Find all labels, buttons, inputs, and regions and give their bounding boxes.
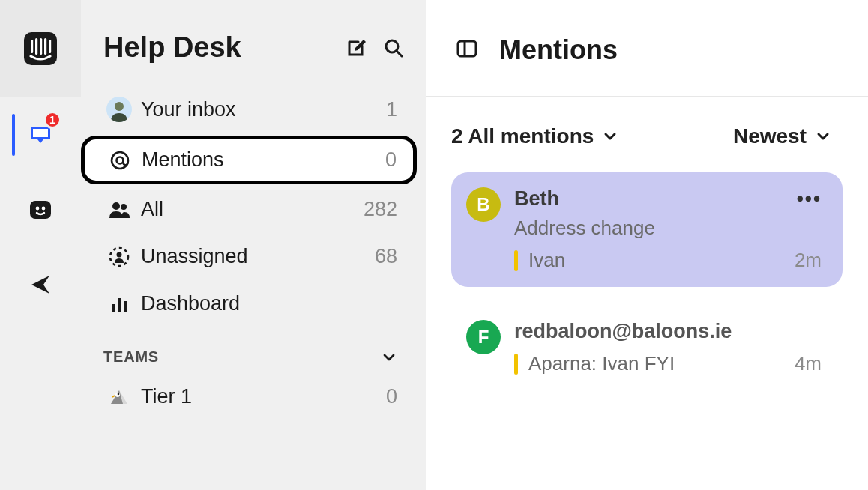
compose-icon bbox=[346, 37, 367, 58]
conversation-card[interactable]: F redbaloon@baloons.ie Aparna: Ivan FYI … bbox=[451, 305, 843, 390]
nav-unassigned[interactable]: Unassigned 68 bbox=[81, 233, 417, 280]
team-tier1[interactable]: Tier 1 0 bbox=[81, 373, 417, 420]
filters-bar: 2 All mentions Newest bbox=[426, 97, 868, 163]
svg-point-16 bbox=[121, 204, 127, 210]
snippet: Ivan bbox=[528, 249, 786, 272]
nav-count: 68 bbox=[375, 245, 397, 268]
nav-count: 0 bbox=[386, 385, 397, 408]
sender-name: Beth bbox=[514, 187, 797, 211]
avatar-icon bbox=[103, 97, 135, 122]
rail-inbox[interactable]: 1 bbox=[0, 97, 81, 172]
nav-mentions[interactable]: Mentions 0 bbox=[81, 136, 417, 184]
svg-rect-4 bbox=[44, 38, 46, 55]
svg-rect-20 bbox=[118, 298, 121, 312]
bot-icon bbox=[28, 198, 52, 222]
compose-button[interactable] bbox=[342, 34, 370, 62]
people-icon bbox=[103, 199, 135, 221]
svg-rect-1 bbox=[31, 40, 33, 53]
avatar: F bbox=[466, 320, 501, 354]
svg-rect-7 bbox=[30, 201, 51, 219]
nav-count: 1 bbox=[386, 98, 397, 121]
svg-point-23 bbox=[118, 393, 120, 395]
svg-point-13 bbox=[112, 152, 128, 169]
rail-send[interactable] bbox=[0, 247, 81, 322]
nav-your-inbox[interactable]: Your inbox 1 bbox=[81, 85, 417, 134]
svg-point-22 bbox=[115, 393, 120, 397]
sort-label: Newest bbox=[733, 124, 807, 148]
rail-ai[interactable] bbox=[0, 172, 81, 247]
sidebar-title: Help Desk bbox=[103, 31, 333, 64]
timestamp: 2m bbox=[795, 249, 822, 272]
nav-label: Your inbox bbox=[135, 98, 386, 121]
card-body: Beth ••• Address change Ivan 2m bbox=[514, 187, 822, 272]
nav-label: Tier 1 bbox=[135, 385, 386, 408]
unassigned-icon bbox=[103, 246, 135, 268]
svg-rect-2 bbox=[35, 38, 37, 55]
filter-label: 2 All mentions bbox=[451, 124, 594, 148]
svg-rect-3 bbox=[40, 38, 42, 55]
nav-label: Unassigned bbox=[135, 245, 375, 268]
svg-rect-6 bbox=[33, 129, 48, 137]
svg-point-15 bbox=[112, 202, 120, 210]
subject: Address change bbox=[514, 217, 822, 240]
filter-mentions[interactable]: 2 All mentions bbox=[451, 124, 618, 148]
search-button[interactable] bbox=[379, 34, 408, 62]
sidebar-header: Help Desk bbox=[81, 31, 417, 85]
avatar: B bbox=[466, 187, 501, 222]
nav-all[interactable]: All 282 bbox=[81, 186, 417, 233]
at-icon bbox=[104, 149, 136, 172]
search-icon bbox=[383, 37, 404, 58]
chart-icon bbox=[103, 294, 135, 315]
main-panel: Mentions 2 All mentions Newest B Beth ••… bbox=[426, 0, 868, 490]
teams-header-label: TEAMS bbox=[103, 348, 381, 366]
inbox-badge: 1 bbox=[43, 111, 61, 129]
conversation-card[interactable]: B Beth ••• Address change Ivan 2m bbox=[451, 172, 843, 287]
svg-rect-24 bbox=[458, 41, 476, 56]
app-rail: 1 bbox=[0, 0, 81, 490]
intercom-icon bbox=[24, 32, 57, 65]
note-indicator bbox=[514, 354, 518, 375]
nav-label: All bbox=[135, 198, 364, 221]
sort-dropdown[interactable]: Newest bbox=[733, 124, 831, 148]
svg-rect-5 bbox=[49, 40, 51, 53]
nav-dashboard[interactable]: Dashboard bbox=[81, 280, 417, 327]
svg-point-18 bbox=[117, 252, 122, 257]
card-body: redbaloon@baloons.ie Aparna: Ivan FYI 4m bbox=[514, 320, 822, 375]
eagle-icon bbox=[103, 386, 135, 408]
main-title: Mentions bbox=[499, 34, 618, 66]
svg-point-12 bbox=[115, 102, 124, 111]
svg-point-9 bbox=[42, 207, 46, 211]
send-icon bbox=[29, 273, 52, 296]
more-button[interactable]: ••• bbox=[797, 187, 822, 211]
chevron-down-icon bbox=[381, 349, 397, 366]
svg-point-8 bbox=[36, 207, 40, 211]
svg-rect-21 bbox=[124, 301, 127, 312]
svg-point-14 bbox=[117, 157, 124, 163]
timestamp: 4m bbox=[795, 352, 822, 375]
nav-count: 282 bbox=[364, 198, 397, 221]
snippet: Aparna: Ivan FYI bbox=[528, 352, 786, 375]
svg-line-11 bbox=[397, 51, 402, 56]
chevron-down-icon bbox=[603, 129, 618, 144]
nav-label: Dashboard bbox=[135, 292, 397, 315]
sender-name: redbaloon@baloons.ie bbox=[514, 320, 822, 343]
main-header: Mentions bbox=[426, 0, 868, 97]
teams-header[interactable]: TEAMS bbox=[81, 327, 417, 373]
sidebar-toggle-icon bbox=[456, 37, 478, 60]
app-logo[interactable] bbox=[0, 0, 81, 97]
nav-label: Mentions bbox=[136, 148, 385, 172]
sidebar: Help Desk Your inbox 1 bbox=[81, 0, 426, 490]
chevron-down-icon bbox=[816, 129, 831, 144]
nav-count: 0 bbox=[385, 148, 397, 172]
svg-rect-19 bbox=[112, 304, 115, 312]
collapse-button[interactable] bbox=[456, 37, 478, 63]
note-indicator bbox=[514, 250, 518, 271]
